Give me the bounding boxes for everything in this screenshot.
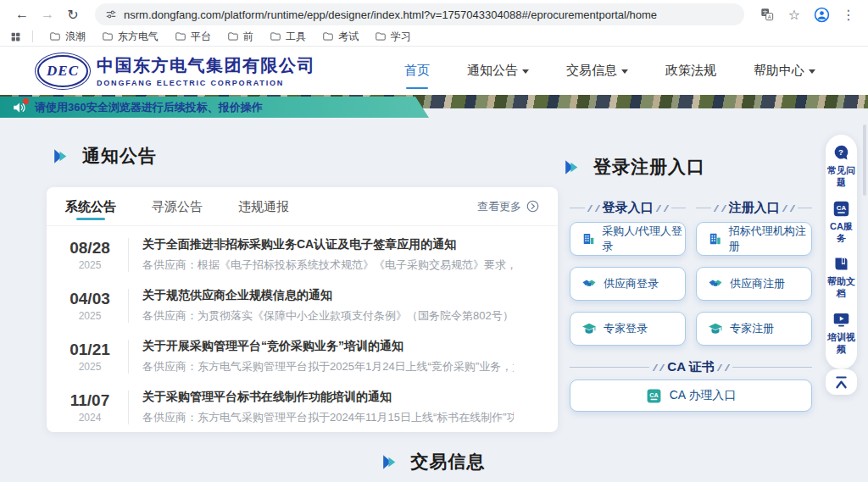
trade-section-header-row: 交易信息 bbox=[0, 450, 868, 474]
site-header: DEC 中国东方电气集团有限公司 DONGFANG ELECTRIC CORPO… bbox=[0, 47, 868, 95]
notice-date: 11/07 2024 bbox=[65, 391, 114, 424]
dec-logo-icon: DEC bbox=[37, 55, 88, 87]
notice-title[interactable]: 关于全面推进非招标采购业务CA认证及电子签章应用的通知 bbox=[142, 237, 514, 252]
ca-section-header: CA 证书 bbox=[570, 359, 812, 375]
bookmark-folder[interactable]: 前 bbox=[222, 28, 259, 46]
ca-badge-icon: CA bbox=[646, 388, 662, 404]
nav-help-center[interactable]: 帮助中心 bbox=[754, 58, 815, 84]
tab-sourcing-notices[interactable]: 寻源公告 bbox=[152, 189, 203, 224]
browser-toolbar: ← → ↻ nsrm.dongfang.com/platform/runtime… bbox=[0, 0, 868, 27]
svg-text:?: ? bbox=[838, 147, 843, 157]
bookmarks-divider bbox=[32, 30, 33, 42]
nav-label: 交易信息 bbox=[566, 63, 617, 79]
sidebar-label: 培训视频 bbox=[827, 331, 855, 356]
section-title: 登录注册入口 bbox=[593, 155, 705, 179]
screen: ← → ↻ nsrm.dongfang.com/platform/runtime… bbox=[0, 0, 868, 482]
trade-section-header: 交易信息 bbox=[380, 450, 486, 474]
bookmark-folder[interactable]: 东方电气 bbox=[97, 28, 164, 46]
notice-date-year: 2025 bbox=[65, 310, 114, 322]
bookmark-folder[interactable]: 工具 bbox=[264, 28, 311, 46]
site-settings-icon[interactable] bbox=[105, 8, 117, 20]
supplier-register-button[interactable]: 供应商注册 bbox=[696, 267, 812, 301]
notice-date-md: 04/03 bbox=[65, 290, 114, 308]
notice-desc: 各供应商：根据《电子招标投标系统技术规范》《电子采购交易规范》要求，东方电气采购… bbox=[142, 258, 514, 273]
ca-service-item[interactable]: CA CA服务 bbox=[827, 200, 855, 245]
notice-title[interactable]: 关于规范供应商企业规模信息的通知 bbox=[142, 288, 514, 303]
floating-sidebar: ? 常见问题 CA CA服务 帮助文档 bbox=[826, 135, 857, 369]
url-text[interactable]: nsrm.dongfang.com/platform/runtime/epp/d… bbox=[124, 8, 657, 21]
notice-date-year: 2025 bbox=[65, 259, 114, 271]
svg-text:CA: CA bbox=[837, 203, 847, 211]
ca-apply-button[interactable]: CA CA 办理入口 bbox=[570, 380, 812, 412]
divider bbox=[128, 238, 129, 272]
expert-register-button[interactable]: 专家注册 bbox=[696, 312, 812, 346]
sidebar-label: CA服务 bbox=[827, 220, 855, 245]
bookmark-label: 平台 bbox=[191, 30, 211, 44]
register-entry-label: 注册入口 bbox=[729, 200, 780, 216]
notice-date-year: 2024 bbox=[65, 412, 114, 424]
forward-icon[interactable]: → bbox=[37, 4, 58, 25]
bookmark-folder[interactable]: 平台 bbox=[170, 28, 216, 46]
menu-dots-icon[interactable]: ⋮ bbox=[837, 4, 860, 25]
nav-policies[interactable]: 政策法规 bbox=[665, 58, 716, 84]
supplier-login-button[interactable]: 供应商登录 bbox=[570, 267, 686, 301]
tab-violation-reports[interactable]: 违规通报 bbox=[238, 189, 289, 224]
notice-row[interactable]: 11/07 2024 关于采购管理平台标书在线制作功能培训的通知 各供应商：东方… bbox=[65, 382, 539, 433]
notice-row[interactable]: 08/28 2025 关于全面推进非招标采购业务CA认证及电子签章应用的通知 各… bbox=[65, 230, 539, 280]
building-icon bbox=[708, 231, 722, 247]
document-icon bbox=[832, 255, 850, 273]
notices-card: 系统公告 寻源公告 违规通报 查看更多 08/28 2025 关于全面推进非招标… bbox=[47, 187, 558, 432]
notice-title[interactable]: 关于开展采购管理平台“竞价采购业务”培训的通知 bbox=[142, 339, 514, 354]
bookmarks-bar: 浪潮 东方电气 平台 前 工具 考试 bbox=[0, 27, 868, 47]
notice-row[interactable]: 04/03 2025 关于规范供应商企业规模信息的通知 各供应商：为贯彻落实《保… bbox=[65, 280, 539, 331]
nav-home[interactable]: 首页 bbox=[404, 58, 430, 84]
notice-row[interactable]: 01/21 2025 关于开展采购管理平台“竞价采购业务”培训的通知 各供应商：… bbox=[65, 331, 539, 382]
notice-date: 08/28 2025 bbox=[65, 239, 114, 271]
divider bbox=[128, 289, 129, 323]
tab-system-notices[interactable]: 系统公告 bbox=[65, 189, 116, 224]
training-videos-item[interactable]: 培训视频 bbox=[827, 311, 855, 356]
button-label: 专家注册 bbox=[730, 321, 774, 336]
page-scrollbar[interactable] bbox=[863, 125, 866, 196]
reload-icon[interactable]: ↻ bbox=[63, 4, 83, 25]
help-docs-item[interactable]: 帮助文档 bbox=[827, 255, 855, 300]
nav-notices[interactable]: 通知公告 bbox=[467, 58, 529, 84]
section-arrow-icon bbox=[51, 146, 72, 167]
bookmark-label: 东方电气 bbox=[118, 30, 159, 44]
alert-dot bbox=[23, 98, 29, 104]
bidding-agency-register-button[interactable]: 招标代理机构注册 bbox=[696, 222, 812, 256]
company-logo[interactable]: DEC 中国东方电气集团有限公司 DONGFANG ELECTRIC CORPO… bbox=[34, 54, 315, 87]
nav-label: 通知公告 bbox=[467, 63, 518, 79]
view-more-link[interactable]: 查看更多 bbox=[477, 199, 539, 214]
notices-tabs: 系统公告 寻源公告 违规通报 查看更多 bbox=[47, 187, 558, 226]
company-name-en: DONGFANG ELECTRIC CORPORATION bbox=[97, 79, 315, 87]
notice-date-md: 11/07 bbox=[65, 391, 114, 410]
profile-avatar-icon[interactable] bbox=[810, 4, 832, 25]
bookmark-folder[interactable]: 考试 bbox=[317, 28, 364, 46]
chevron-down-icon bbox=[522, 69, 529, 74]
faq-item[interactable]: ? 常见问题 bbox=[827, 144, 855, 189]
bookmark-label: 考试 bbox=[338, 30, 359, 44]
company-name-cn: 中国东方电气集团有限公司 bbox=[97, 54, 315, 77]
translate-icon[interactable]: 文 A bbox=[756, 4, 778, 25]
bookmark-label: 工具 bbox=[286, 30, 306, 44]
apps-grid-icon[interactable] bbox=[10, 31, 21, 42]
nav-trade-info[interactable]: 交易信息 bbox=[566, 58, 628, 84]
section-title: 交易信息 bbox=[411, 450, 486, 474]
back-to-top-button[interactable] bbox=[826, 369, 857, 395]
bookmark-star-icon[interactable]: ☆ bbox=[783, 4, 805, 25]
sidebar-label: 常见问题 bbox=[827, 164, 855, 189]
bookmark-folder[interactable]: 学习 bbox=[370, 28, 416, 46]
notice-title[interactable]: 关于采购管理平台标书在线制作功能培训的通知 bbox=[142, 390, 514, 405]
nav-label: 首页 bbox=[404, 63, 430, 79]
notice-desc: 各供应商：东方电气采购管理平台拟于2024年11月15日上线“标书在线制作”功能… bbox=[142, 410, 514, 425]
notice-desc: 各供应商：东方电气采购管理平台拟于2025年1月24日上线“竞价采购”业务，为帮… bbox=[142, 359, 514, 374]
ca-header-label: CA 证书 bbox=[667, 359, 714, 375]
buyer-agent-login-button[interactable]: 采购人/代理人登录 bbox=[570, 222, 686, 256]
button-label: CA 办理入口 bbox=[670, 388, 737, 403]
expert-login-button[interactable]: 专家登录 bbox=[570, 312, 686, 346]
address-bar[interactable]: nsrm.dongfang.com/platform/runtime/epp/d… bbox=[95, 3, 744, 25]
back-icon[interactable]: ← bbox=[12, 4, 32, 25]
bookmark-folder[interactable]: 浪潮 bbox=[44, 28, 91, 46]
bookmark-label: 学习 bbox=[391, 30, 411, 44]
